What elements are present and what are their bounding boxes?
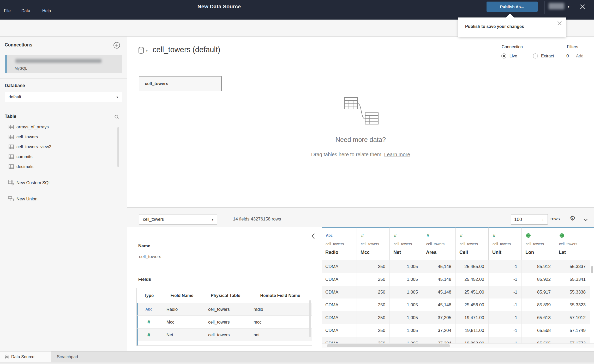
table-name-input[interactable]: [139, 254, 317, 262]
grid-vertical-scrollbar[interactable]: [591, 266, 593, 273]
preview-settings-button[interactable]: ⚙: [570, 214, 575, 222]
grid-row: CDMA2501,00545,14825,451.00-185.91755.33…: [322, 286, 590, 299]
connection-item[interactable]: MySQL: [5, 55, 122, 73]
field-physical-table: cell_towers: [203, 303, 248, 315]
grid-row: CDMA2501,00545,14825,455.00-185.91255.33…: [322, 260, 590, 273]
chevron-down-icon[interactable]: ▾: [568, 5, 569, 9]
new-custom-sql-button[interactable]: New Custom SQL: [0, 177, 115, 188]
fields-col-remote: Remote Field Name: [248, 288, 312, 303]
divider: [0, 78, 127, 79]
add-connection-button[interactable]: [113, 42, 120, 50]
fields-rows-summary: 14 fields 43276158 rows: [233, 217, 281, 222]
drag-tables-text: Drag tables here to relate them.: [311, 152, 383, 157]
fields-row-partial[interactable]: [137, 341, 312, 345]
filters-add-button[interactable]: Add: [576, 54, 583, 58]
union-icon: [8, 196, 16, 201]
database-select[interactable]: default ▾: [5, 92, 122, 102]
datasource-db-icon[interactable]: [138, 47, 145, 55]
tooltip-close-button[interactable]: [557, 21, 562, 26]
sidebar-scrollbar[interactable]: [117, 127, 119, 167]
table-heading: Table: [5, 114, 16, 119]
grid-cell: 25,455.00: [456, 260, 489, 273]
grid-cell: 250: [357, 337, 390, 343]
preview-table-select[interactable]: cell_towers ▾: [139, 214, 217, 225]
connection-live-radio[interactable]: Live: [501, 53, 517, 58]
connection-extract-radio[interactable]: Extract: [533, 53, 554, 58]
fields-rows: AbcRadiocell_towersradio#Mcccell_towersm…: [137, 303, 312, 341]
grid-column-header-cell[interactable]: #cell_towersCell: [456, 227, 489, 260]
grid-row: CDMA2501,00537,20519,471.00-165.61357.10…: [322, 311, 590, 324]
grid-column-header-unit[interactable]: #cell_towersUnit: [489, 227, 522, 260]
table-item-arrays_of_arrays[interactable]: arrays_of_arrays: [0, 122, 115, 132]
collapse-preview-button[interactable]: [583, 218, 588, 222]
grid-column-table: cell_towers: [460, 242, 478, 246]
new-union-button[interactable]: New Union: [0, 194, 115, 204]
fields-scrollbar[interactable]: [309, 300, 311, 337]
grid-column-table: cell_towers: [326, 242, 344, 246]
grid-cell: CDMA: [322, 311, 357, 324]
field-name: Mcc: [161, 316, 203, 328]
table-item-cell_towers[interactable]: cell_towers: [0, 132, 115, 142]
table-search-button[interactable]: [114, 114, 119, 121]
chevron-down-icon: [583, 218, 588, 221]
grid-column-table: cell_towers: [493, 242, 511, 246]
menu-help[interactable]: Help: [42, 9, 51, 13]
grid-cell: 250: [357, 260, 390, 273]
fields-col-type: Type: [137, 288, 161, 303]
menu-file[interactable]: File: [4, 9, 11, 13]
grid-column-header-area[interactable]: #cell_towersArea: [422, 227, 456, 260]
grid-cell: -1: [489, 299, 522, 311]
chevron-down-icon[interactable]: ▾: [146, 49, 148, 53]
grid-column-name: Lat: [559, 250, 566, 255]
grid-column-header-radio[interactable]: Abccell_towersRadio: [322, 227, 357, 260]
grid-cell: 1,005: [390, 311, 422, 324]
radio-icon: [533, 53, 538, 58]
grid-column-header-net[interactable]: #cell_towersNet: [390, 227, 422, 260]
tableau-new-data-source-window: FileDataHelp New Data Source Publish As.…: [0, 0, 594, 364]
grid-cell: 25,451.00: [456, 286, 489, 299]
grid-horizontal-scrollbar[interactable]: [322, 343, 594, 348]
topbar-separator: [573, 1, 573, 14]
grid-column-header-lat[interactable]: cell_towersLat: [555, 227, 590, 260]
table-item-cell_towers_view2[interactable]: cell_towers_view2: [0, 142, 115, 152]
search-icon: [114, 114, 119, 120]
cell-towers-table-node[interactable]: cell_towers: [139, 76, 222, 91]
grid-row: CDMA2501,00545,14825,456.00-185.89955.33…: [322, 299, 590, 311]
row-limit-input[interactable]: 100 →: [511, 214, 548, 225]
grid-column-name: Net: [393, 250, 401, 255]
tab-scratchpad[interactable]: Scratchpad: [51, 351, 145, 362]
table-item-label: commits: [16, 154, 32, 159]
user-menu[interactable]: [549, 3, 564, 9]
fields-row-mcc[interactable]: #Mcccell_towersmcc: [137, 315, 312, 328]
fields-row-radio[interactable]: AbcRadiocell_towersradio: [137, 303, 312, 315]
table-item-decimals[interactable]: decimals: [0, 162, 115, 171]
field-name: Radio: [161, 303, 203, 315]
grid-cell: 85.922: [522, 273, 555, 286]
top-bar: FileDataHelp New Data Source Publish As.…: [0, 0, 594, 20]
apply-row-limit-icon[interactable]: →: [539, 217, 544, 222]
table-icon: [9, 135, 14, 139]
grid-column-header-lon[interactable]: cell_towersLon: [522, 227, 555, 260]
grid-cell: CDMA: [322, 273, 357, 286]
grid-cell: 57.1773: [555, 337, 590, 343]
menu-data[interactable]: Data: [21, 9, 30, 13]
grid-column-name: Mcc: [361, 250, 370, 255]
gear-icon: ⚙: [570, 214, 575, 222]
scrollbar-thumb[interactable]: [327, 344, 450, 347]
table-item-label: cell_towers_view2: [16, 144, 51, 149]
collapse-panel-button[interactable]: [311, 233, 317, 239]
publish-as-button[interactable]: Publish As...: [487, 2, 538, 12]
field-remote-name: radio: [248, 303, 312, 315]
learn-more-link[interactable]: Learn more: [384, 152, 410, 157]
datasource-title: cell_towers (default): [153, 45, 220, 54]
fields-row-net[interactable]: #Netcell_towersnet: [137, 328, 312, 341]
grid-cell: 45,148: [422, 273, 456, 286]
database-heading: Database: [5, 83, 25, 88]
tab-data-source[interactable]: Data Source: [0, 351, 51, 362]
table-item-commits[interactable]: commits: [0, 152, 115, 162]
live-radio-label: Live: [509, 54, 517, 58]
preview-table-select-value: cell_towers: [143, 217, 164, 222]
close-window-button[interactable]: [579, 3, 586, 10]
grid-column-header-mcc[interactable]: #cell_towersMcc: [357, 227, 390, 260]
data-sidebar: Connections MySQL Database default ▾ Tab…: [0, 37, 127, 351]
